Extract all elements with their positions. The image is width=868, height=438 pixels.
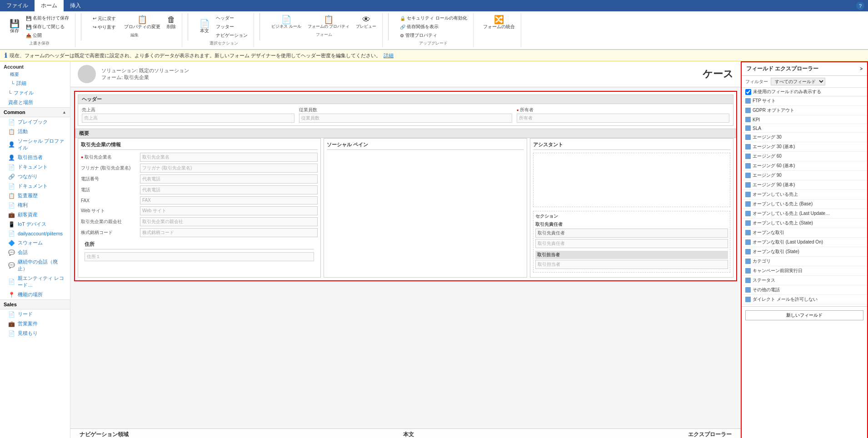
nav-item-assets[interactable]: 資産と場所 bbox=[0, 98, 70, 107]
ticker-input[interactable]: 株式銘柄コード bbox=[140, 228, 318, 237]
form-case-title: ケース bbox=[703, 67, 733, 81]
header-field-owner: 所有者 所有者 bbox=[517, 107, 729, 123]
nav-item-opportunity[interactable]: 💼営業案件 bbox=[0, 319, 70, 328]
new-field-button[interactable]: 新しいフィールド bbox=[745, 310, 863, 320]
redo-button[interactable]: ↪ やり直す bbox=[90, 23, 118, 31]
nav-item-playbook[interactable]: 📄プレイブック bbox=[0, 117, 70, 127]
nav-item-doc2[interactable]: 📄ドキュメント bbox=[0, 181, 70, 191]
contact-person-input2[interactable]: 取引先責任者 bbox=[535, 239, 728, 248]
parent-company-input[interactable]: 取引先企業の親会社 bbox=[140, 217, 318, 226]
field-item[interactable]: オープンな取引 bbox=[742, 228, 867, 238]
website-input[interactable]: Web サイト bbox=[140, 206, 318, 215]
field-item[interactable]: KPI bbox=[742, 115, 867, 124]
common-section-header[interactable]: Common ▲ bbox=[0, 107, 70, 117]
field-item[interactable]: オープンしている売上 (Base) bbox=[742, 199, 867, 209]
text-icon: 📄 bbox=[200, 20, 210, 28]
nav-item-lead[interactable]: 📄リード bbox=[0, 309, 70, 319]
employees-input[interactable]: 従業員数 bbox=[299, 114, 512, 123]
field-item[interactable]: カテゴリ bbox=[742, 257, 867, 266]
owner-input[interactable]: 所有者 bbox=[517, 114, 729, 123]
nav-item-customer-assets[interactable]: 💼顧客資産 bbox=[0, 210, 70, 219]
nav-item-connection[interactable]: 🔗つながり bbox=[0, 172, 70, 181]
old-conv-icon: 💬 bbox=[8, 262, 15, 269]
nav-item-old-conv[interactable]: 💬継続中の会話（廃止） bbox=[0, 257, 70, 274]
managed-properties-button[interactable]: ⚙ 管理プロパティ bbox=[398, 31, 469, 40]
business-rules-icon: 📄 bbox=[281, 15, 291, 24]
field-item[interactable]: エージング 30 bbox=[742, 133, 867, 142]
header-button[interactable]: ヘッダー bbox=[214, 14, 250, 22]
form-properties-button[interactable]: 📋 フォームの プロパティ bbox=[305, 14, 352, 31]
save-close-button[interactable]: 💾保存して閉じる bbox=[24, 23, 71, 31]
field-item[interactable]: エージング 30 (基本) bbox=[742, 142, 867, 152]
tel-input[interactable]: 代表電話 bbox=[140, 185, 318, 194]
show-dependencies-button[interactable]: 🔗 依存関係を表示 bbox=[398, 23, 469, 31]
ribbon-tab-file[interactable]: ファイル bbox=[0, 0, 35, 11]
field-item[interactable]: GDPR オプトアウト bbox=[742, 106, 867, 115]
undo-button[interactable]: ↩ 元に戻す bbox=[90, 15, 118, 23]
field-item[interactable]: エージング 90 bbox=[742, 171, 867, 180]
furigana-input[interactable]: フリガナ (取引先企業名) bbox=[140, 164, 318, 173]
nav-item-overview[interactable]: 概要 bbox=[0, 70, 70, 79]
sales-rep-input[interactable]: 取引担当者 bbox=[535, 260, 728, 269]
field-item[interactable]: SLA bbox=[742, 124, 867, 133]
save-button[interactable]: 💾 保存 bbox=[7, 18, 22, 35]
filter-select[interactable]: すべてのフィールド bbox=[771, 78, 825, 85]
preview-button[interactable]: 👁 プレビュー bbox=[354, 14, 379, 31]
security-roles-button[interactable]: 🔒 セキュリティ ロールの有効化 bbox=[398, 14, 469, 22]
common-collapse-icon[interactable]: ▲ bbox=[62, 110, 66, 114]
nav-item-activity[interactable]: 📋活動 bbox=[0, 127, 70, 136]
nav-item-detail[interactable]: └ 詳細 bbox=[0, 79, 70, 88]
phone-input[interactable]: 代表電話 bbox=[140, 174, 318, 184]
field-item[interactable]: オープンな取引 (Last Updated On) bbox=[742, 238, 867, 247]
field-item[interactable]: その他の電話 bbox=[742, 285, 867, 295]
expand-icon[interactable]: > bbox=[860, 66, 863, 71]
ribbon-tab-insert[interactable]: 挿入 bbox=[64, 0, 87, 11]
publish-button[interactable]: 📤公開 bbox=[24, 31, 71, 40]
nav-item-conversation[interactable]: 💬会話 bbox=[0, 248, 70, 257]
unused-fields-checkbox[interactable] bbox=[745, 89, 751, 95]
field-item[interactable]: FTP サイト bbox=[742, 96, 867, 106]
fax-input[interactable]: FAX bbox=[140, 196, 318, 204]
field-item[interactable]: エージング 60 (基本) bbox=[742, 161, 867, 171]
field-item[interactable]: オープンしている売上 bbox=[742, 190, 867, 199]
ribbon-tab-home[interactable]: ホーム bbox=[35, 0, 64, 11]
nav-item-parent[interactable]: 📄親エンティティ レコード… bbox=[0, 274, 70, 290]
field-item[interactable]: ステータス bbox=[742, 276, 867, 285]
delete-button[interactable]: 🗑 削除 bbox=[165, 14, 178, 31]
text-button[interactable]: 📄 本文 bbox=[197, 18, 212, 35]
field-item[interactable]: オープンな取引 (State) bbox=[742, 247, 867, 257]
nav-item-swarm[interactable]: 🔷スウォーム bbox=[0, 238, 70, 248]
field-item[interactable]: エージング 90 (基本) bbox=[742, 180, 867, 190]
field-item[interactable]: ダイレクト メールを許可しない bbox=[742, 295, 867, 304]
footer-button[interactable]: フッター bbox=[214, 23, 250, 31]
field-item[interactable]: オープンしている売上 (Last Update… bbox=[742, 209, 867, 219]
info-link[interactable]: 詳細 bbox=[384, 52, 394, 59]
nav-item-contact[interactable]: 👤取引担当者 bbox=[0, 153, 70, 162]
address-input[interactable]: 住所１ bbox=[85, 252, 314, 261]
nav-item-doc1[interactable]: 📄ドキュメント bbox=[0, 162, 70, 172]
field-item[interactable]: エージング 60 bbox=[742, 152, 867, 161]
info-text: 現在、フォームのヘッダーは既定で高密度に設定され、より多くのデータが表示されます… bbox=[10, 52, 381, 59]
nav-item-location[interactable]: 📍機能の場所 bbox=[0, 290, 70, 299]
contact-person-input1[interactable]: 取引先責任者 bbox=[535, 229, 728, 238]
nav-item-quote[interactable]: 📄見積もり bbox=[0, 328, 70, 338]
save-as-button[interactable]: 💾名前を付けて保存 bbox=[24, 14, 71, 22]
company-name-input[interactable]: 取引先企業名 bbox=[140, 153, 318, 162]
navigation-button[interactable]: ナビゲーション bbox=[214, 31, 250, 40]
business-rules-button[interactable]: 📄 ビジネス ルール bbox=[269, 14, 304, 31]
new-field-area: 新しいフィールド bbox=[742, 306, 867, 324]
revenue-input[interactable]: 売上高 bbox=[82, 114, 294, 123]
nav-item-daily[interactable]: 📄dailyaccount/piitems bbox=[0, 229, 70, 238]
field-item[interactable]: キャンペーン前回実行日 bbox=[742, 266, 867, 276]
properties-button[interactable]: 📋 プロパティの変更 bbox=[122, 14, 163, 31]
nav-item-audit[interactable]: 📋監査履歴 bbox=[0, 191, 70, 200]
nav-item-social[interactable]: 👤ソーシャル プロファイル bbox=[0, 136, 70, 153]
field-item[interactable]: オープンしている売上 (State) bbox=[742, 219, 867, 228]
nav-item-rights[interactable]: 📄権利 bbox=[0, 200, 70, 210]
form-merge-button[interactable]: 🔀 フォームの統合 bbox=[481, 14, 517, 31]
nav-item-iot[interactable]: 📱IoT デバイス bbox=[0, 219, 70, 229]
nav-item-file[interactable]: └ ファイル bbox=[0, 88, 70, 98]
help-icon[interactable]: ? bbox=[856, 2, 864, 10]
sales-section-header[interactable]: Sales bbox=[0, 299, 70, 309]
header-fields: 売上高 売上高 従業員数 従業員数 所有者 所有者 bbox=[78, 104, 733, 125]
